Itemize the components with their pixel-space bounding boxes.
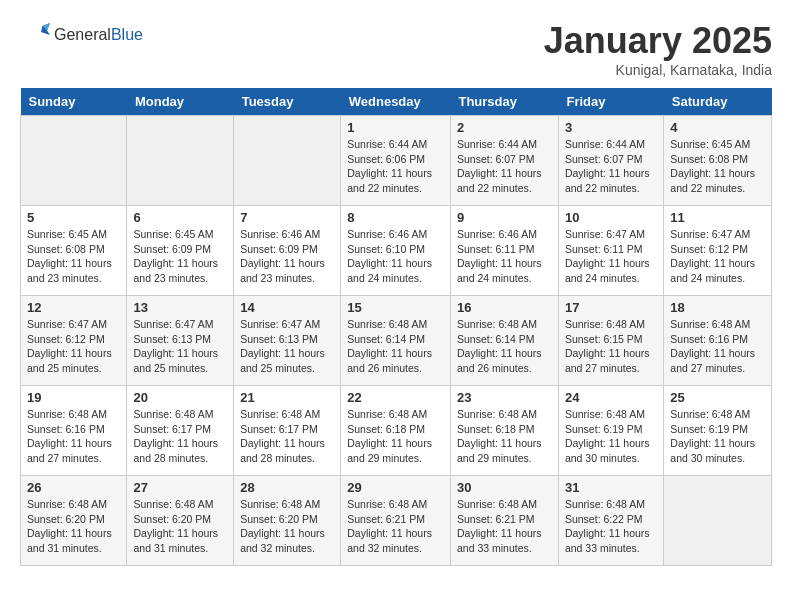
day-number: 22 xyxy=(347,390,444,405)
day-info: Sunrise: 6:45 AM Sunset: 6:08 PM Dayligh… xyxy=(27,227,120,286)
day-info: Sunrise: 6:47 AM Sunset: 6:12 PM Dayligh… xyxy=(27,317,120,376)
day-number: 7 xyxy=(240,210,334,225)
calendar-cell: 8Sunrise: 6:46 AM Sunset: 6:10 PM Daylig… xyxy=(341,206,451,296)
day-info: Sunrise: 6:44 AM Sunset: 6:06 PM Dayligh… xyxy=(347,137,444,196)
calendar-cell: 11Sunrise: 6:47 AM Sunset: 6:12 PM Dayli… xyxy=(664,206,772,296)
day-header-thursday: Thursday xyxy=(450,88,558,116)
day-info: Sunrise: 6:46 AM Sunset: 6:10 PM Dayligh… xyxy=(347,227,444,286)
calendar-cell: 9Sunrise: 6:46 AM Sunset: 6:11 PM Daylig… xyxy=(450,206,558,296)
day-info: Sunrise: 6:46 AM Sunset: 6:11 PM Dayligh… xyxy=(457,227,552,286)
logo-blue-text: Blue xyxy=(111,26,143,43)
calendar-table: SundayMondayTuesdayWednesdayThursdayFrid… xyxy=(20,88,772,566)
day-number: 13 xyxy=(133,300,227,315)
day-info: Sunrise: 6:48 AM Sunset: 6:18 PM Dayligh… xyxy=(347,407,444,466)
calendar-cell: 4Sunrise: 6:45 AM Sunset: 6:08 PM Daylig… xyxy=(664,116,772,206)
day-info: Sunrise: 6:44 AM Sunset: 6:07 PM Dayligh… xyxy=(457,137,552,196)
day-number: 17 xyxy=(565,300,657,315)
day-number: 30 xyxy=(457,480,552,495)
calendar-cell: 22Sunrise: 6:48 AM Sunset: 6:18 PM Dayli… xyxy=(341,386,451,476)
day-info: Sunrise: 6:48 AM Sunset: 6:16 PM Dayligh… xyxy=(27,407,120,466)
day-info: Sunrise: 6:44 AM Sunset: 6:07 PM Dayligh… xyxy=(565,137,657,196)
day-number: 20 xyxy=(133,390,227,405)
calendar-cell: 7Sunrise: 6:46 AM Sunset: 6:09 PM Daylig… xyxy=(234,206,341,296)
calendar-header-row: SundayMondayTuesdayWednesdayThursdayFrid… xyxy=(21,88,772,116)
title-block: January 2025 Kunigal, Karnataka, India xyxy=(544,20,772,78)
calendar-cell: 14Sunrise: 6:47 AM Sunset: 6:13 PM Dayli… xyxy=(234,296,341,386)
day-info: Sunrise: 6:48 AM Sunset: 6:22 PM Dayligh… xyxy=(565,497,657,556)
day-number: 16 xyxy=(457,300,552,315)
day-info: Sunrise: 6:48 AM Sunset: 6:18 PM Dayligh… xyxy=(457,407,552,466)
day-number: 9 xyxy=(457,210,552,225)
day-number: 6 xyxy=(133,210,227,225)
day-info: Sunrise: 6:48 AM Sunset: 6:14 PM Dayligh… xyxy=(457,317,552,376)
day-number: 12 xyxy=(27,300,120,315)
calendar-cell: 23Sunrise: 6:48 AM Sunset: 6:18 PM Dayli… xyxy=(450,386,558,476)
day-number: 29 xyxy=(347,480,444,495)
calendar-cell: 19Sunrise: 6:48 AM Sunset: 6:16 PM Dayli… xyxy=(21,386,127,476)
calendar-cell: 6Sunrise: 6:45 AM Sunset: 6:09 PM Daylig… xyxy=(127,206,234,296)
day-number: 18 xyxy=(670,300,765,315)
day-number: 15 xyxy=(347,300,444,315)
day-info: Sunrise: 6:48 AM Sunset: 6:20 PM Dayligh… xyxy=(27,497,120,556)
day-number: 1 xyxy=(347,120,444,135)
day-info: Sunrise: 6:47 AM Sunset: 6:12 PM Dayligh… xyxy=(670,227,765,286)
calendar-cell: 16Sunrise: 6:48 AM Sunset: 6:14 PM Dayli… xyxy=(450,296,558,386)
day-info: Sunrise: 6:46 AM Sunset: 6:09 PM Dayligh… xyxy=(240,227,334,286)
day-header-sunday: Sunday xyxy=(21,88,127,116)
calendar-cell: 1Sunrise: 6:44 AM Sunset: 6:06 PM Daylig… xyxy=(341,116,451,206)
day-number: 21 xyxy=(240,390,334,405)
day-info: Sunrise: 6:48 AM Sunset: 6:21 PM Dayligh… xyxy=(347,497,444,556)
day-info: Sunrise: 6:48 AM Sunset: 6:14 PM Dayligh… xyxy=(347,317,444,376)
day-number: 25 xyxy=(670,390,765,405)
calendar-cell: 13Sunrise: 6:47 AM Sunset: 6:13 PM Dayli… xyxy=(127,296,234,386)
calendar-week-row: 5Sunrise: 6:45 AM Sunset: 6:08 PM Daylig… xyxy=(21,206,772,296)
day-header-wednesday: Wednesday xyxy=(341,88,451,116)
calendar-cell: 30Sunrise: 6:48 AM Sunset: 6:21 PM Dayli… xyxy=(450,476,558,566)
day-number: 19 xyxy=(27,390,120,405)
page-header: GeneralBlue January 2025 Kunigal, Karnat… xyxy=(20,20,772,78)
calendar-cell: 21Sunrise: 6:48 AM Sunset: 6:17 PM Dayli… xyxy=(234,386,341,476)
day-number: 14 xyxy=(240,300,334,315)
day-number: 2 xyxy=(457,120,552,135)
calendar-cell: 18Sunrise: 6:48 AM Sunset: 6:16 PM Dayli… xyxy=(664,296,772,386)
calendar-cell: 20Sunrise: 6:48 AM Sunset: 6:17 PM Dayli… xyxy=(127,386,234,476)
day-info: Sunrise: 6:45 AM Sunset: 6:08 PM Dayligh… xyxy=(670,137,765,196)
calendar-cell: 29Sunrise: 6:48 AM Sunset: 6:21 PM Dayli… xyxy=(341,476,451,566)
day-number: 28 xyxy=(240,480,334,495)
day-info: Sunrise: 6:48 AM Sunset: 6:19 PM Dayligh… xyxy=(565,407,657,466)
day-info: Sunrise: 6:47 AM Sunset: 6:13 PM Dayligh… xyxy=(240,317,334,376)
logo-icon xyxy=(20,20,50,50)
day-number: 31 xyxy=(565,480,657,495)
day-number: 10 xyxy=(565,210,657,225)
calendar-cell: 31Sunrise: 6:48 AM Sunset: 6:22 PM Dayli… xyxy=(558,476,663,566)
day-header-friday: Friday xyxy=(558,88,663,116)
day-info: Sunrise: 6:45 AM Sunset: 6:09 PM Dayligh… xyxy=(133,227,227,286)
calendar-week-row: 19Sunrise: 6:48 AM Sunset: 6:16 PM Dayli… xyxy=(21,386,772,476)
calendar-cell: 28Sunrise: 6:48 AM Sunset: 6:20 PM Dayli… xyxy=(234,476,341,566)
day-header-tuesday: Tuesday xyxy=(234,88,341,116)
calendar-week-row: 12Sunrise: 6:47 AM Sunset: 6:12 PM Dayli… xyxy=(21,296,772,386)
svg-rect-0 xyxy=(20,20,50,50)
day-header-saturday: Saturday xyxy=(664,88,772,116)
calendar-cell: 24Sunrise: 6:48 AM Sunset: 6:19 PM Dayli… xyxy=(558,386,663,476)
logo-general-text: General xyxy=(54,26,111,43)
calendar-cell: 25Sunrise: 6:48 AM Sunset: 6:19 PM Dayli… xyxy=(664,386,772,476)
day-info: Sunrise: 6:48 AM Sunset: 6:15 PM Dayligh… xyxy=(565,317,657,376)
day-number: 4 xyxy=(670,120,765,135)
calendar-cell: 3Sunrise: 6:44 AM Sunset: 6:07 PM Daylig… xyxy=(558,116,663,206)
day-info: Sunrise: 6:47 AM Sunset: 6:11 PM Dayligh… xyxy=(565,227,657,286)
calendar-cell xyxy=(664,476,772,566)
day-info: Sunrise: 6:48 AM Sunset: 6:20 PM Dayligh… xyxy=(133,497,227,556)
calendar-cell xyxy=(127,116,234,206)
calendar-cell xyxy=(234,116,341,206)
calendar-week-row: 26Sunrise: 6:48 AM Sunset: 6:20 PM Dayli… xyxy=(21,476,772,566)
calendar-cell: 12Sunrise: 6:47 AM Sunset: 6:12 PM Dayli… xyxy=(21,296,127,386)
calendar-cell: 27Sunrise: 6:48 AM Sunset: 6:20 PM Dayli… xyxy=(127,476,234,566)
calendar-cell: 26Sunrise: 6:48 AM Sunset: 6:20 PM Dayli… xyxy=(21,476,127,566)
calendar-cell xyxy=(21,116,127,206)
logo: GeneralBlue xyxy=(20,20,143,50)
day-info: Sunrise: 6:48 AM Sunset: 6:21 PM Dayligh… xyxy=(457,497,552,556)
month-title: January 2025 xyxy=(544,20,772,62)
day-number: 23 xyxy=(457,390,552,405)
day-number: 27 xyxy=(133,480,227,495)
